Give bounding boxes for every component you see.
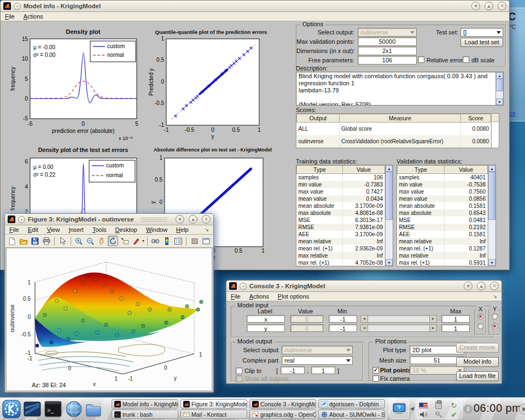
fix-camera-checkbox[interactable] [372, 375, 379, 382]
print-icon[interactable] [41, 236, 51, 246]
close-button[interactable]: × [498, 2, 506, 10]
clip-max-field[interactable]: 1 [311, 366, 335, 374]
table-row[interactable]: outinverseCrossValidation (rootRelativeS… [297, 135, 491, 148]
show-desktop-icon[interactable] [23, 400, 42, 418]
minimize-button[interactable]: ▾ [464, 282, 472, 290]
clipboard-icon[interactable] [434, 401, 444, 410]
device-notifier-icon[interactable] [389, 399, 409, 419]
close-button[interactable]: × [490, 282, 499, 290]
open-file-icon[interactable] [19, 236, 29, 246]
scroll-up-icon[interactable]: ▲ [386, 165, 393, 172]
titlebar[interactable]: Console 3 - KrigingModel ▾ ▴ × [226, 281, 501, 292]
table-row[interactable]: ALLGlobal score0.0080 [297, 122, 491, 135]
input-max-field-y[interactable]: 1 [441, 324, 470, 332]
clip-min-field[interactable]: -1 [281, 366, 305, 374]
dock-arrow-icon[interactable]: ↘ [493, 294, 497, 299]
table-row[interactable]: samples40401 [398, 174, 488, 181]
scrollbar[interactable]: ▲▼ [495, 72, 503, 105]
task-console3[interactable]: Console 3 - KrigingMod [249, 399, 316, 409]
complex-part-dropdown[interactable]: real [282, 356, 353, 365]
keyboard-layout-icon[interactable] [418, 401, 428, 410]
select-output-dropdown[interactable]: outinverse [282, 346, 353, 354]
titlebar[interactable]: Figure 3: KrigingModel - outinverse ▾ ▴ … [5, 214, 213, 225]
task-bash[interactable]: >_trunk : bash [112, 410, 178, 419]
task-openoffice[interactable]: graphics.odg - OpenOf [249, 410, 316, 419]
task-dolphin[interactable]: dgorissen - Dolphin [318, 399, 385, 409]
titlebar[interactable]: Model info - KrigingModel ▾ ▴ × [1, 1, 509, 12]
input-min-field-y[interactable]: -1 [329, 324, 357, 332]
folder-icon[interactable] [84, 400, 103, 418]
scrollbar[interactable]: ▲▼ [488, 165, 495, 266]
tray-expand-arrow[interactable]: ◀ [410, 406, 414, 411]
menu-tools[interactable]: Tools [92, 226, 107, 233]
scroll-down-icon[interactable]: ▼ [386, 259, 393, 266]
rotate-3d-icon[interactable] [108, 236, 118, 246]
update-icon[interactable]: ↻ [449, 401, 459, 410]
column-header[interactable]: Type [297, 166, 343, 174]
table-row[interactable]: samples106 [297, 174, 385, 181]
input-label-field-y[interactable]: y [247, 324, 285, 332]
x-radio-row2[interactable] [477, 323, 483, 329]
table-row[interactable]: mean rel. (+1)0.1287 [398, 245, 488, 252]
menu-desktop[interactable]: Desktop [115, 226, 137, 233]
dimensions-field[interactable]: 2x1 [358, 46, 417, 55]
menu-file[interactable]: File [5, 13, 15, 20]
scroll-down-icon[interactable]: ▼ [496, 98, 503, 105]
column-header[interactable]: Value [445, 166, 488, 174]
window-menu-button[interactable] [240, 283, 247, 290]
maximize-button[interactable]: ▴ [485, 2, 493, 10]
slider-right-arrow[interactable]: ► [429, 325, 436, 331]
menu-file[interactable]: File [9, 226, 19, 233]
db-scale-checkbox[interactable] [463, 56, 469, 63]
table-row[interactable]: max rel. (+1)0.5931 [398, 259, 488, 266]
table-row[interactable]: mean absolute0.1581 [398, 202, 488, 209]
menu-edit[interactable]: Edit [28, 226, 38, 233]
scroll-up-icon[interactable]: ▲ [488, 165, 495, 172]
table-row[interactable]: AEE3.1700e-09 [297, 231, 385, 238]
kmenu-button[interactable] [2, 400, 21, 418]
dock-arrow-icon[interactable]: ↘ [205, 227, 209, 232]
x-radio-row1[interactable] [477, 313, 483, 319]
hide-plot-tools-icon[interactable] [189, 236, 200, 246]
show-plot-tools-icon[interactable] [201, 236, 211, 246]
table-row[interactable]: max rel. (+1)4.7052e-08 [297, 259, 385, 266]
input-slider-y[interactable]: ◄► [360, 324, 437, 332]
table-row[interactable]: max value0.7427 [297, 188, 385, 195]
new-figure-icon[interactable] [7, 236, 18, 246]
task-sumowiki[interactable]: About - SUMOwiki - Sh [318, 410, 385, 419]
input-slider-x[interactable]: ◄► [360, 315, 437, 323]
brush-caret-icon[interactable]: ▾ [142, 238, 144, 243]
task-kontact[interactable]: Mail - Kontact [180, 410, 247, 419]
save-icon[interactable] [30, 236, 40, 246]
plot-points-checkbox[interactable] [372, 367, 379, 374]
window-menu-button[interactable] [18, 216, 25, 223]
scroll-thumb[interactable] [488, 172, 495, 220]
task-figure3[interactable]: Figure 3: KrigingModel - [180, 399, 247, 409]
zoom-out-icon[interactable] [85, 236, 96, 246]
figure-axes[interactable]: 1 0.5 0 -0.5 -1 -1 0 1 -1 0 1 x y outinv… [6, 248, 212, 391]
scroll-thumb[interactable] [386, 172, 393, 220]
max-validation-field[interactable]: 50000 [358, 37, 417, 46]
scroll-up-icon[interactable]: ▲ [496, 72, 503, 79]
table-row[interactable]: max value0.7560 [398, 188, 488, 195]
info-icon[interactable]: i [464, 405, 472, 413]
scroll-down-icon[interactable]: ▼ [488, 259, 495, 266]
menu-help[interactable]: Help [176, 226, 189, 233]
y-radio-row1[interactable] [492, 313, 498, 319]
menu-insert[interactable]: Insert [68, 226, 84, 233]
clip-to-checkbox[interactable] [236, 368, 242, 374]
table-row[interactable]: MSE6.3013e-17 [297, 217, 385, 224]
konsole-icon[interactable]: >_ [44, 400, 62, 418]
link-plots-icon[interactable] [150, 236, 161, 246]
table-row[interactable]: MSE0.0481 [398, 217, 488, 224]
browser-icon[interactable] [65, 400, 83, 418]
volume-icon[interactable] [418, 410, 428, 419]
brush-icon[interactable] [131, 236, 141, 246]
table-row[interactable]: max absolute4.8081e-08 [297, 209, 385, 217]
select-output-dropdown[interactable]: outinverse [358, 28, 417, 37]
relative-error-checkbox[interactable] [418, 56, 424, 63]
maximize-button[interactable]: ▴ [189, 215, 197, 224]
maximize-button[interactable]: ▴ [477, 282, 486, 290]
load-test-set-button[interactable]: Load test set [460, 38, 503, 47]
minimize-button[interactable]: ▾ [471, 2, 480, 10]
